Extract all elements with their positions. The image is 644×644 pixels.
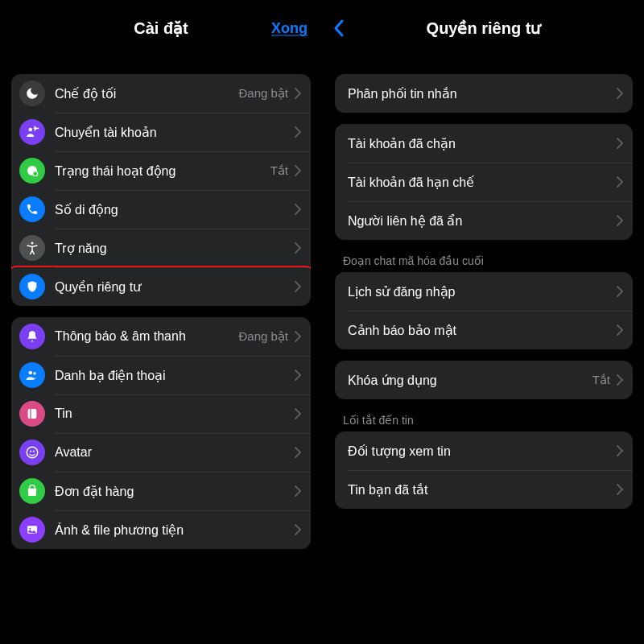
chevron-right-icon	[295, 126, 301, 138]
orders-icon	[19, 478, 45, 504]
back-button[interactable]	[333, 19, 345, 37]
row-hidden-contacts[interactable]: Người liên hệ đã ẩn	[335, 201, 633, 240]
row-story-audience[interactable]: Đối tượng xem tin	[335, 431, 633, 470]
privacy-group-e2e: Lịch sử đăng nhập Cảnh báo bảo mật	[335, 272, 633, 349]
row-value: Tắt	[270, 163, 288, 178]
chevron-right-icon	[617, 88, 623, 99]
shield-icon	[19, 274, 45, 299]
chevron-right-icon	[295, 369, 301, 381]
chevron-right-icon	[617, 445, 623, 456]
row-message-delivery[interactable]: Phân phối tin nhắn	[335, 74, 633, 113]
svg-point-12	[29, 528, 31, 530]
chevron-right-icon	[295, 204, 301, 215]
row-label: Chuyển tài khoản	[55, 125, 291, 140]
svg-point-2	[33, 171, 38, 176]
row-label: Thông báo & âm thanh	[55, 329, 238, 344]
row-label: Số di động	[55, 202, 291, 217]
row-active-status[interactable]: Trạng thái hoạt động Tắt	[11, 151, 311, 190]
chevron-right-icon	[295, 165, 301, 176]
chevron-right-icon	[295, 485, 301, 497]
row-media[interactable]: Ảnh & file phương tiện	[11, 510, 311, 549]
chevron-right-icon	[617, 176, 623, 188]
row-label: Tin bạn đã tắt	[348, 482, 613, 497]
svg-point-8	[27, 447, 38, 458]
settings-title: Cài đặt	[134, 19, 188, 38]
row-muted-stories[interactable]: Tin bạn đã tắt	[335, 470, 633, 509]
row-blocked-accounts[interactable]: Tài khoản đã chặn	[335, 124, 633, 163]
row-orders[interactable]: Đơn đặt hàng	[11, 472, 311, 510]
settings-group-2: Thông báo & âm thanh Đang bật Danh bạ đi…	[11, 317, 311, 549]
row-label: Đối tượng xem tin	[348, 444, 613, 459]
row-label: Tin	[55, 407, 291, 421]
row-label: Chế độ tối	[55, 86, 238, 101]
chevron-right-icon	[617, 484, 623, 495]
switch-account-icon	[19, 119, 45, 145]
moon-icon	[19, 80, 45, 106]
row-avatar[interactable]: Avatar	[11, 433, 311, 472]
row-label: Lịch sử đăng nhập	[348, 284, 613, 299]
row-label: Avatar	[55, 445, 291, 460]
row-value: Đang bật	[238, 86, 288, 101]
svg-point-0	[29, 128, 33, 132]
chevron-right-icon	[295, 524, 301, 535]
settings-content: Chế độ tối Đang bật Chuyển tài khoản Trạ…	[0, 74, 322, 565]
row-privacy[interactable]: Quyền riêng tư	[11, 267, 311, 306]
screen-settings: Cài đặt Xong Chế độ tối Đang bật Chuyể	[0, 0, 322, 644]
row-phone-contacts[interactable]: Danh bạ điện thoại	[11, 356, 311, 394]
row-label: Ảnh & file phương tiện	[55, 522, 291, 538]
row-restricted-accounts[interactable]: Tài khoản đã hạn chế	[335, 163, 633, 201]
row-switch-account[interactable]: Chuyển tài khoản	[11, 113, 311, 151]
bell-icon	[19, 324, 45, 349]
chevron-right-icon	[295, 281, 301, 292]
row-notifications[interactable]: Thông báo & âm thanh Đang bật	[11, 317, 311, 356]
row-value: Tắt	[592, 373, 610, 387]
chevron-right-icon	[617, 138, 623, 149]
svg-point-10	[33, 450, 35, 452]
row-label: Trạng thái hoạt động	[55, 163, 270, 179]
row-security-alerts[interactable]: Cảnh báo bảo mật	[335, 311, 633, 349]
chevron-right-icon	[617, 374, 623, 386]
row-login-history[interactable]: Lịch sử đăng nhập	[335, 272, 633, 311]
chevron-right-icon	[617, 286, 623, 297]
svg-rect-6	[28, 409, 37, 419]
chevron-right-icon	[295, 408, 301, 419]
active-status-icon	[19, 158, 45, 184]
row-label: Phân phối tin nhắn	[348, 86, 613, 101]
chevron-right-icon	[617, 215, 623, 226]
svg-point-5	[33, 372, 36, 375]
privacy-group-accounts: Tài khoản đã chặn Tài khoản đã hạn chế N…	[335, 124, 633, 240]
row-label: Người liên hệ đã ẩn	[348, 213, 613, 229]
row-mobile-number[interactable]: Số di động	[11, 190, 311, 229]
svg-rect-7	[30, 409, 31, 419]
svg-point-4	[29, 371, 33, 375]
avatar-icon	[19, 440, 45, 465]
row-dark-mode[interactable]: Chế độ tối Đang bật	[11, 74, 311, 113]
section-e2e-header: Đoạn chat mã hóa đầu cuối	[335, 240, 633, 272]
done-button[interactable]: Xong	[271, 20, 308, 37]
row-label: Quyền riêng tư	[55, 279, 291, 295]
accessibility-icon	[19, 235, 45, 261]
navbar-settings: Cài đặt Xong	[0, 0, 322, 56]
row-accessibility[interactable]: Trợ năng	[11, 229, 311, 267]
chevron-right-icon	[295, 331, 301, 342]
privacy-group-story-shortcut: Đối tượng xem tin Tin bạn đã tắt	[335, 431, 633, 509]
row-label: Tài khoản đã hạn chế	[348, 175, 613, 190]
contacts-icon	[19, 362, 45, 388]
svg-point-9	[30, 450, 31, 452]
row-label: Trợ năng	[55, 241, 291, 256]
row-label: Danh bạ điện thoại	[55, 368, 291, 383]
row-value: Đang bật	[238, 329, 288, 344]
settings-group-1: Chế độ tối Đang bật Chuyển tài khoản Trạ…	[11, 74, 311, 306]
chevron-right-icon	[295, 447, 301, 458]
row-label: Đơn đặt hàng	[55, 484, 291, 499]
privacy-title: Quyền riêng tư	[427, 19, 542, 38]
section-story-shortcut-header: Lối tắt đến tin	[335, 399, 633, 431]
row-app-lock[interactable]: Khóa ứng dụng Tắt	[335, 361, 633, 399]
privacy-content: Phân phối tin nhắn Tài khoản đã chặn Tài…	[324, 74, 644, 525]
chevron-right-icon	[295, 242, 301, 254]
media-icon	[19, 517, 45, 543]
row-story[interactable]: Tin	[11, 394, 311, 433]
row-label: Khóa ứng dụng	[348, 373, 592, 388]
screen-privacy: Quyền riêng tư Phân phối tin nhắn Tài kh…	[322, 0, 644, 644]
privacy-group-delivery: Phân phối tin nhắn	[335, 74, 633, 113]
